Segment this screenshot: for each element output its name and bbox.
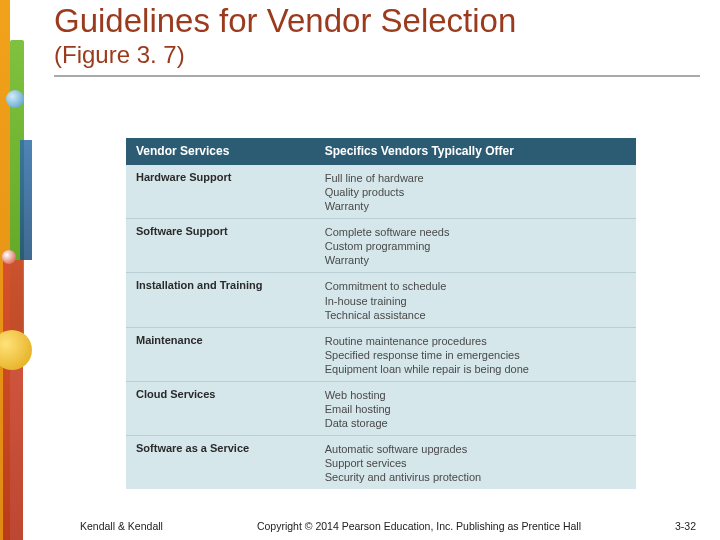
slide: Guidelines for Vendor Selection (Figure …: [0, 0, 720, 540]
footer-authors: Kendall & Kendall: [80, 520, 163, 532]
table-row: Software Support Complete software needs…: [126, 219, 636, 273]
spec-item: Technical assistance: [325, 308, 626, 322]
vendor-table: Vendor Services Specifics Vendors Typica…: [126, 138, 636, 489]
table-header-row: Vendor Services Specifics Vendors Typica…: [126, 138, 636, 165]
spec-item: Routine maintenance procedures: [325, 334, 626, 348]
spec-item: Security and antivirus protection: [325, 470, 626, 484]
slide-subtitle: (Figure 3. 7): [54, 41, 700, 69]
table-row: Software as a Service Automatic software…: [126, 436, 636, 490]
spec-item: Specified response time in emergencies: [325, 348, 626, 362]
spec-item: Quality products: [325, 185, 626, 199]
specifics-cell: Automatic software upgrades Support serv…: [315, 436, 636, 490]
table-row: Maintenance Routine maintenance procedur…: [126, 327, 636, 381]
spec-item: Email hosting: [325, 402, 626, 416]
spec-item: Commitment to schedule: [325, 279, 626, 293]
slide-title: Guidelines for Vendor Selection: [54, 4, 700, 39]
spec-item: Web hosting: [325, 388, 626, 402]
specifics-cell: Complete software needs Custom programmi…: [315, 219, 636, 273]
spec-item: Warranty: [325, 199, 626, 213]
service-cell: Maintenance: [126, 327, 315, 381]
specifics-cell: Full line of hardware Quality products W…: [315, 165, 636, 219]
service-cell: Software as a Service: [126, 436, 315, 490]
spec-item: In-house training: [325, 294, 626, 308]
footer: Kendall & Kendall Copyright © 2014 Pears…: [0, 520, 720, 532]
col-header-services: Vendor Services: [126, 138, 315, 165]
spec-item: Full line of hardware: [325, 171, 626, 185]
spec-item: Complete software needs: [325, 225, 626, 239]
specifics-cell: Commitment to schedule In-house training…: [315, 273, 636, 327]
decorative-sidebar: [0, 0, 42, 540]
header-block: Guidelines for Vendor Selection (Figure …: [54, 4, 700, 77]
specifics-cell: Web hosting Email hosting Data storage: [315, 381, 636, 435]
spec-item: Automatic software upgrades: [325, 442, 626, 456]
footer-copyright: Copyright © 2014 Pearson Education, Inc.…: [163, 520, 675, 532]
table-row: Installation and Training Commitment to …: [126, 273, 636, 327]
service-cell: Software Support: [126, 219, 315, 273]
spec-item: Warranty: [325, 253, 626, 267]
service-cell: Hardware Support: [126, 165, 315, 219]
specifics-cell: Routine maintenance procedures Specified…: [315, 327, 636, 381]
spec-item: Support services: [325, 456, 626, 470]
table-row: Hardware Support Full line of hardware Q…: [126, 165, 636, 219]
spec-item: Data storage: [325, 416, 626, 430]
col-header-specifics: Specifics Vendors Typically Offer: [315, 138, 636, 165]
title-divider: [54, 75, 700, 77]
service-cell: Cloud Services: [126, 381, 315, 435]
spec-item: Equipment loan while repair is being don…: [325, 362, 626, 376]
table-row: Cloud Services Web hosting Email hosting…: [126, 381, 636, 435]
spec-item: Custom programming: [325, 239, 626, 253]
service-cell: Installation and Training: [126, 273, 315, 327]
footer-page-number: 3-32: [675, 520, 696, 532]
